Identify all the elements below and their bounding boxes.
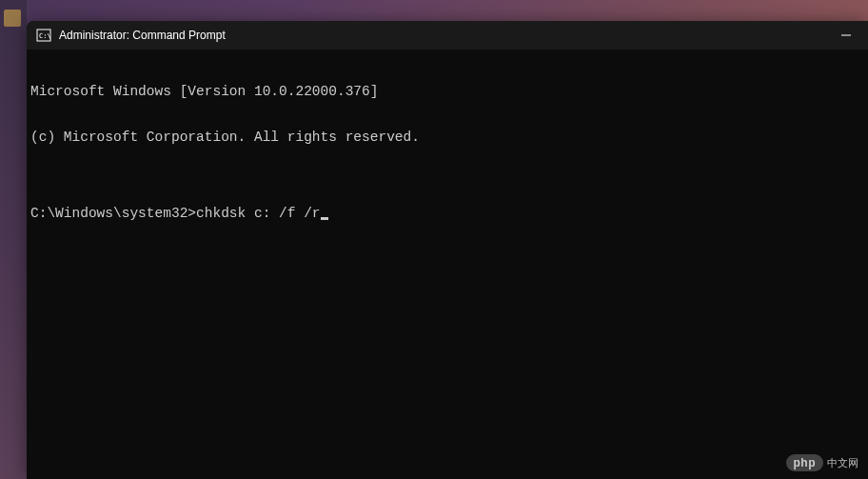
watermark: php 中文网 [786, 454, 859, 471]
minimize-button[interactable] [824, 21, 868, 50]
command-prompt-window: C:\ Administrator: Command Prompt Micros… [27, 21, 868, 479]
terminal-output-area[interactable]: Microsoft Windows [Version 10.0.22000.37… [27, 50, 868, 479]
watermark-text: 中文网 [827, 456, 858, 470]
window-titlebar[interactable]: C:\ Administrator: Command Prompt [27, 21, 868, 50]
window-controls [824, 21, 868, 50]
version-line: Microsoft Windows [Version 10.0.22000.37… [30, 84, 868, 99]
watermark-badge: php [786, 454, 824, 471]
copyright-line: (c) Microsoft Corporation. All rights re… [30, 130, 868, 145]
prompt-text: C:\Windows\system32> [30, 206, 196, 221]
window-title: Administrator: Command Prompt [59, 29, 824, 42]
text-cursor [321, 217, 328, 220]
prompt-line: C:\Windows\system32>chkdsk c: /f /r [30, 206, 868, 221]
cmd-app-icon: C:\ [36, 28, 51, 43]
svg-text:C:\: C:\ [39, 32, 51, 40]
command-input: chkdsk c: /f /r [196, 206, 321, 221]
desktop-taskbar-icon [4, 10, 21, 27]
